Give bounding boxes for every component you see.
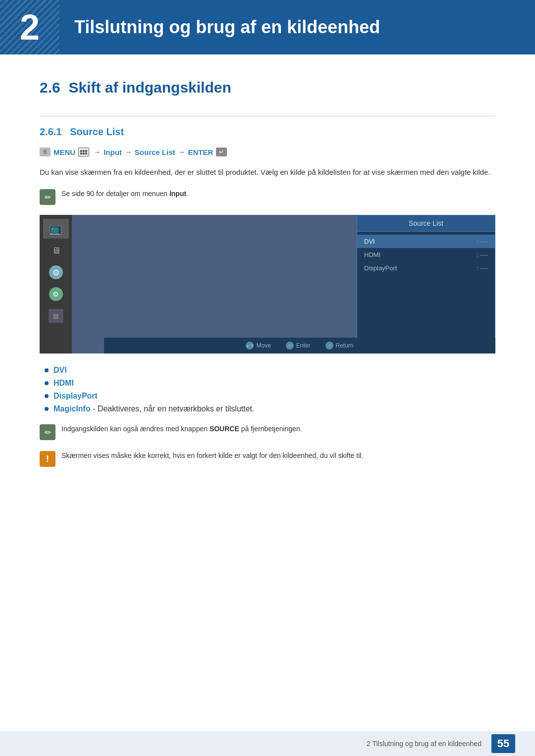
list-item-magicinfo: MagicInfo - Deaktiveres, når en netværkb… bbox=[45, 404, 495, 413]
breadcrumb-enter: ENTER bbox=[188, 148, 214, 156]
screen-sidebar: 📺 🖥 ⚙ ⚙ ▤ bbox=[40, 215, 72, 353]
move-label: Move bbox=[256, 342, 270, 349]
pencil-icon-2: ✏ bbox=[40, 424, 55, 440]
nav-breadcrumb: ☰ MENU → Input → Source List → ENTER ↵ bbox=[40, 148, 495, 156]
note-box-1: ✏ Se side 90 for detaljer om menuen Inpu… bbox=[40, 188, 495, 205]
subsection-title: 2.6.1 Source List bbox=[40, 126, 495, 138]
bullet-label-dvi: DVI bbox=[54, 366, 67, 375]
grid-dot-5 bbox=[83, 152, 85, 154]
source-status-dp: : ---- bbox=[477, 265, 488, 272]
list-item-dp: DisplayPort bbox=[45, 392, 495, 401]
source-name-dvi: DVI bbox=[364, 238, 375, 245]
menu-grid-inner bbox=[80, 150, 87, 154]
note-box-2: ✏ Indgangskilden kan også ændres med kna… bbox=[40, 423, 495, 440]
source-status-hdmi: : ---- bbox=[477, 252, 488, 258]
doc-icon: ▤ bbox=[49, 309, 63, 323]
bottom-btn-enter: ↵ Enter bbox=[286, 342, 311, 350]
source-name-hdmi: HDMI bbox=[364, 251, 380, 258]
body-text: Du kan vise skærmen fra en kildeenhed, d… bbox=[40, 166, 495, 178]
bullet-dot-dp bbox=[45, 394, 49, 398]
grid-dot-4 bbox=[80, 152, 82, 154]
source-list-items: DVI : ---- HDMI : ---- DisplayPort : ---… bbox=[357, 232, 495, 278]
enter-arrow: ↵ bbox=[219, 149, 224, 155]
pencil-icon-1: ✏ bbox=[40, 189, 55, 205]
bullet-label-hdmi: HDMI bbox=[54, 379, 74, 388]
chapter-title: Tilslutning og brug af en kildeenhed bbox=[74, 17, 380, 38]
note-text-2: Indgangskilden kan også ændres med knapp… bbox=[61, 423, 302, 434]
note-text-3: Skærmen vises måske ikke korrekt, hvis e… bbox=[61, 450, 363, 461]
source-item-dvi: DVI : ---- bbox=[357, 235, 495, 248]
sidebar-icon-tv: 📺 bbox=[43, 219, 69, 239]
magic-info-bold: MagicInfo bbox=[54, 404, 91, 413]
source-list-panel-title: Source List bbox=[357, 215, 495, 232]
enter-icon: ↵ bbox=[216, 148, 227, 156]
section-title-text: Skift af indgangskilden bbox=[68, 79, 231, 96]
bullet-list: DVI HDMI DisplayPort MagicInfo - Deaktiv… bbox=[40, 366, 495, 413]
return-icon: ↩ bbox=[325, 342, 333, 350]
sidebar-icon-doc: ▤ bbox=[43, 306, 69, 326]
sidebar-icon-camera: ⚙ bbox=[43, 284, 69, 304]
return-label: Return bbox=[336, 342, 354, 349]
bottom-btn-return: ↩ Return bbox=[325, 342, 354, 350]
breadcrumb-input: Input bbox=[104, 148, 122, 156]
source-item-displayport: DisplayPort : ---- bbox=[357, 261, 495, 275]
arrow-3: → bbox=[178, 148, 185, 156]
note-box-3: ! Skærmen vises måske ikke korrekt, hvis… bbox=[40, 450, 495, 467]
breadcrumb-menu: MENU bbox=[54, 148, 75, 156]
doc-icon-inner: ▤ bbox=[53, 312, 58, 319]
list-item-dvi: DVI bbox=[45, 366, 495, 375]
arrow-1: → bbox=[94, 148, 101, 156]
section-number: 2.6 bbox=[40, 79, 60, 96]
bullet-dot-dvi bbox=[45, 368, 49, 372]
list-item-hdmi: HDMI bbox=[45, 379, 495, 388]
footer-page-number: 55 bbox=[491, 734, 515, 753]
breadcrumb-source-list: Source List bbox=[135, 148, 175, 156]
warning-icon: ! bbox=[40, 451, 55, 467]
screen-bottom-bar: ▲▼ Move ↵ Enter ↩ Return bbox=[104, 338, 495, 353]
bottom-btn-move: ▲▼ Move bbox=[246, 342, 270, 350]
bullet-dot-magic bbox=[45, 407, 49, 411]
main-content: 2.6 Skift af indgangskilden 2.6.1 Source… bbox=[0, 54, 535, 516]
source-name-dp: DisplayPort bbox=[364, 264, 397, 272]
section-title: 2.6 Skift af indgangskilden bbox=[40, 79, 495, 101]
note-text-1: Se side 90 for detaljer om menuen Input. bbox=[61, 188, 188, 199]
camera-icon: ⚙ bbox=[49, 287, 63, 301]
screen-mockup: 📺 🖥 ⚙ ⚙ ▤ Source List bbox=[40, 215, 495, 353]
chapter-number-box: 2 bbox=[0, 0, 59, 54]
source-list-panel: Source List DVI : ---- HDMI : ---- Displ… bbox=[357, 215, 495, 353]
header-bar: 2 Tilslutning og brug af en kildeenhed bbox=[0, 0, 535, 54]
subsection-number: 2.6.1 bbox=[40, 126, 61, 137]
menu-small-icon: ☰ bbox=[40, 148, 51, 156]
menu-grid-icon bbox=[78, 148, 89, 156]
bullet-dot-hdmi bbox=[45, 381, 49, 385]
section-divider bbox=[40, 116, 495, 116]
sidebar-icon-gear: ⚙ bbox=[43, 262, 69, 282]
bullet-label-magic: MagicInfo - Deaktiveres, når en netværkb… bbox=[54, 404, 254, 413]
footer: 2 Tilslutning og brug af en kildeenhed 5… bbox=[0, 731, 535, 756]
subsection-title-text: Source List bbox=[70, 126, 124, 137]
tv-icon: 📺 bbox=[49, 222, 62, 235]
sidebar-icon-monitor: 🖥 bbox=[43, 241, 69, 260]
enter-btn-icon: ↵ bbox=[286, 342, 294, 350]
footer-text: 2 Tilslutning og brug af en kildeenhed bbox=[367, 740, 482, 748]
monitor-icon: 🖥 bbox=[52, 246, 60, 256]
chapter-number: 2 bbox=[20, 7, 40, 48]
source-item-hdmi: HDMI : ---- bbox=[357, 248, 495, 261]
gear-icon: ⚙ bbox=[49, 265, 63, 279]
enter-label: Enter bbox=[296, 342, 311, 349]
arrow-2: → bbox=[125, 148, 132, 156]
grid-dot-6 bbox=[85, 152, 87, 154]
bullet-label-dp: DisplayPort bbox=[54, 392, 98, 401]
grid-dot-1 bbox=[80, 150, 82, 152]
source-status-dvi: : ---- bbox=[477, 238, 488, 245]
move-icon: ▲▼ bbox=[246, 342, 254, 350]
screen-main-area: Source List DVI : ---- HDMI : ---- Displ… bbox=[72, 215, 495, 353]
grid-dot-3 bbox=[85, 150, 87, 152]
grid-dot-2 bbox=[83, 150, 85, 152]
